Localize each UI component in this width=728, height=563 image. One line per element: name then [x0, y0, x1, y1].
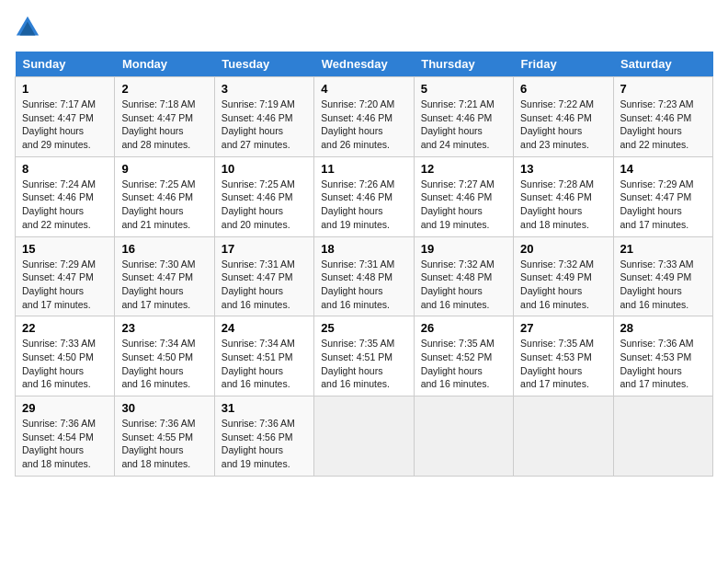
week-row-1: 1 Sunrise: 7:17 AMSunset: 4:47 PMDayligh…: [16, 77, 713, 157]
day-cell: 14 Sunrise: 7:29 AMSunset: 4:47 PMDaylig…: [613, 156, 712, 236]
day-cell: 11 Sunrise: 7:26 AMSunset: 4:46 PMDaylig…: [314, 156, 414, 236]
day-cell: 26 Sunrise: 7:35 AMSunset: 4:52 PMDaylig…: [414, 316, 513, 396]
day-number: 24: [222, 321, 307, 335]
day-cell: 25 Sunrise: 7:35 AMSunset: 4:51 PMDaylig…: [314, 316, 414, 396]
day-cell: 30 Sunrise: 7:36 AMSunset: 4:55 PMDaylig…: [115, 396, 214, 477]
day-number: 18: [321, 242, 406, 256]
week-row-2: 8 Sunrise: 7:24 AMSunset: 4:46 PMDayligh…: [16, 156, 713, 236]
day-number: 13: [520, 162, 606, 176]
day-cell: [514, 396, 613, 477]
day-number: 3: [222, 82, 307, 96]
day-info: Sunrise: 7:34 AMSunset: 4:50 PMDaylight …: [121, 338, 195, 389]
day-info: Sunrise: 7:29 AMSunset: 4:47 PMDaylight …: [620, 178, 694, 230]
day-info: Sunrise: 7:19 AMSunset: 4:46 PMDaylight …: [222, 98, 295, 150]
day-number: 11: [321, 162, 406, 176]
day-number: 21: [620, 242, 706, 256]
day-number: 26: [421, 321, 506, 335]
day-number: 22: [22, 321, 108, 335]
calendar-table: SundayMondayTuesdayWednesdayThursdayFrid…: [15, 52, 713, 477]
col-header-tuesday: Tuesday: [214, 52, 313, 77]
week-row-4: 22 Sunrise: 7:33 AMSunset: 4:50 PMDaylig…: [16, 316, 713, 396]
day-number: 6: [520, 82, 606, 96]
day-cell: 24 Sunrise: 7:34 AMSunset: 4:51 PMDaylig…: [214, 316, 313, 396]
day-cell: 27 Sunrise: 7:35 AMSunset: 4:53 PMDaylig…: [514, 316, 613, 396]
day-number: 10: [222, 162, 307, 176]
day-cell: [613, 396, 712, 477]
day-cell: 20 Sunrise: 7:32 AMSunset: 4:49 PMDaylig…: [514, 236, 613, 316]
day-cell: 1 Sunrise: 7:17 AMSunset: 4:47 PMDayligh…: [16, 77, 115, 157]
day-info: Sunrise: 7:32 AMSunset: 4:49 PMDaylight …: [520, 259, 594, 310]
col-header-friday: Friday: [514, 52, 613, 77]
logo-icon: [15, 15, 40, 40]
day-info: Sunrise: 7:35 AMSunset: 4:51 PMDaylight …: [321, 338, 394, 389]
day-cell: 23 Sunrise: 7:34 AMSunset: 4:50 PMDaylig…: [115, 316, 214, 396]
day-cell: 2 Sunrise: 7:18 AMSunset: 4:47 PMDayligh…: [115, 77, 214, 157]
day-info: Sunrise: 7:17 AMSunset: 4:47 PMDaylight …: [22, 98, 96, 150]
day-cell: 17 Sunrise: 7:31 AMSunset: 4:47 PMDaylig…: [214, 236, 313, 316]
day-number: 23: [121, 321, 207, 335]
day-number: 31: [222, 401, 307, 415]
day-cell: 19 Sunrise: 7:32 AMSunset: 4:48 PMDaylig…: [414, 236, 513, 316]
col-header-wednesday: Wednesday: [314, 52, 414, 77]
day-cell: 5 Sunrise: 7:21 AMSunset: 4:46 PMDayligh…: [414, 77, 513, 157]
day-info: Sunrise: 7:36 AMSunset: 4:56 PMDaylight …: [222, 418, 295, 469]
week-row-3: 15 Sunrise: 7:29 AMSunset: 4:47 PMDaylig…: [16, 236, 713, 316]
col-header-saturday: Saturday: [613, 52, 712, 77]
day-cell: 22 Sunrise: 7:33 AMSunset: 4:50 PMDaylig…: [16, 316, 115, 396]
day-number: 12: [421, 162, 506, 176]
day-number: 2: [121, 82, 207, 96]
header: [15, 15, 713, 40]
day-number: 4: [321, 82, 406, 96]
day-info: Sunrise: 7:25 AMSunset: 4:46 PMDaylight …: [222, 178, 295, 230]
day-cell: 18 Sunrise: 7:31 AMSunset: 4:48 PMDaylig…: [314, 236, 414, 316]
day-info: Sunrise: 7:22 AMSunset: 4:46 PMDaylight …: [520, 98, 594, 150]
day-cell: 4 Sunrise: 7:20 AMSunset: 4:46 PMDayligh…: [314, 77, 414, 157]
day-number: 1: [22, 82, 108, 96]
day-info: Sunrise: 7:36 AMSunset: 4:53 PMDaylight …: [620, 338, 694, 389]
day-cell: 21 Sunrise: 7:33 AMSunset: 4:49 PMDaylig…: [613, 236, 712, 316]
day-cell: [414, 396, 513, 477]
day-info: Sunrise: 7:20 AMSunset: 4:46 PMDaylight …: [321, 98, 394, 150]
day-cell: 3 Sunrise: 7:19 AMSunset: 4:46 PMDayligh…: [214, 77, 313, 157]
day-number: 27: [520, 321, 606, 335]
day-cell: 13 Sunrise: 7:28 AMSunset: 4:46 PMDaylig…: [514, 156, 613, 236]
day-info: Sunrise: 7:34 AMSunset: 4:51 PMDaylight …: [222, 338, 295, 389]
day-cell: 7 Sunrise: 7:23 AMSunset: 4:46 PMDayligh…: [613, 77, 712, 157]
week-row-5: 29 Sunrise: 7:36 AMSunset: 4:54 PMDaylig…: [16, 396, 713, 477]
day-cell: 9 Sunrise: 7:25 AMSunset: 4:46 PMDayligh…: [115, 156, 214, 236]
day-number: 7: [620, 82, 706, 96]
day-cell: 29 Sunrise: 7:36 AMSunset: 4:54 PMDaylig…: [16, 396, 115, 477]
day-number: 9: [121, 162, 207, 176]
day-info: Sunrise: 7:31 AMSunset: 4:48 PMDaylight …: [321, 259, 394, 310]
day-number: 28: [620, 321, 706, 335]
col-header-monday: Monday: [115, 52, 214, 77]
day-info: Sunrise: 7:36 AMSunset: 4:55 PMDaylight …: [121, 418, 195, 469]
day-number: 25: [321, 321, 406, 335]
day-number: 17: [222, 242, 307, 256]
col-header-thursday: Thursday: [414, 52, 513, 77]
day-cell: 28 Sunrise: 7:36 AMSunset: 4:53 PMDaylig…: [613, 316, 712, 396]
header-row: SundayMondayTuesdayWednesdayThursdayFrid…: [16, 52, 713, 77]
day-info: Sunrise: 7:27 AMSunset: 4:46 PMDaylight …: [421, 178, 495, 230]
day-info: Sunrise: 7:29 AMSunset: 4:47 PMDaylight …: [22, 259, 96, 310]
day-cell: 8 Sunrise: 7:24 AMSunset: 4:46 PMDayligh…: [16, 156, 115, 236]
day-info: Sunrise: 7:26 AMSunset: 4:46 PMDaylight …: [321, 178, 394, 230]
day-info: Sunrise: 7:25 AMSunset: 4:46 PMDaylight …: [121, 178, 195, 230]
day-number: 14: [620, 162, 706, 176]
day-info: Sunrise: 7:33 AMSunset: 4:50 PMDaylight …: [22, 338, 96, 389]
day-cell: 12 Sunrise: 7:27 AMSunset: 4:46 PMDaylig…: [414, 156, 513, 236]
day-number: 29: [22, 401, 108, 415]
day-cell: 10 Sunrise: 7:25 AMSunset: 4:46 PMDaylig…: [214, 156, 313, 236]
day-info: Sunrise: 7:35 AMSunset: 4:52 PMDaylight …: [421, 338, 495, 389]
day-info: Sunrise: 7:31 AMSunset: 4:47 PMDaylight …: [222, 259, 295, 310]
day-info: Sunrise: 7:21 AMSunset: 4:46 PMDaylight …: [421, 98, 495, 150]
day-info: Sunrise: 7:23 AMSunset: 4:46 PMDaylight …: [620, 98, 694, 150]
day-cell: 31 Sunrise: 7:36 AMSunset: 4:56 PMDaylig…: [214, 396, 313, 477]
day-info: Sunrise: 7:18 AMSunset: 4:47 PMDaylight …: [121, 98, 195, 150]
day-info: Sunrise: 7:36 AMSunset: 4:54 PMDaylight …: [22, 418, 96, 469]
day-info: Sunrise: 7:30 AMSunset: 4:47 PMDaylight …: [121, 259, 195, 310]
day-info: Sunrise: 7:32 AMSunset: 4:48 PMDaylight …: [421, 259, 495, 310]
day-number: 30: [121, 401, 207, 415]
day-number: 20: [520, 242, 606, 256]
day-info: Sunrise: 7:33 AMSunset: 4:49 PMDaylight …: [620, 259, 694, 310]
